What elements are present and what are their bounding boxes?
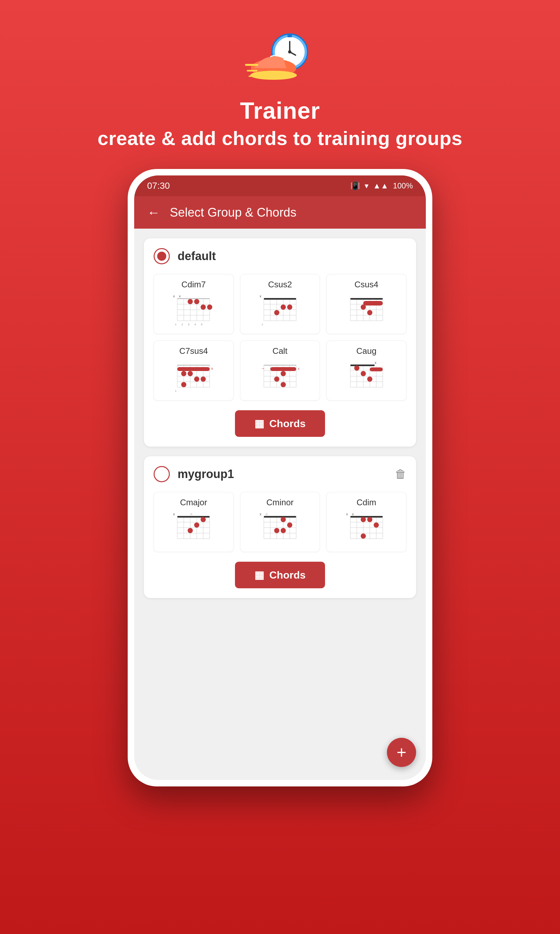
svg-point-164 bbox=[361, 533, 366, 539]
chords-btn-label: Chords bbox=[269, 418, 306, 430]
fab-add-button[interactable]: + bbox=[387, 738, 416, 767]
chord-name-csus2: Csus2 bbox=[268, 279, 292, 290]
svg-rect-60 bbox=[363, 301, 383, 305]
svg-point-27 bbox=[207, 305, 212, 310]
chords-btn-wrap-default: ▦ Chords bbox=[154, 410, 406, 437]
svg-point-79 bbox=[181, 382, 186, 387]
chords-button-default[interactable]: ▦ Chords bbox=[235, 410, 325, 437]
svg-point-95 bbox=[281, 371, 286, 376]
svg-text:x: x bbox=[346, 512, 348, 516]
chord-diagram-cminor: x ○ bbox=[259, 511, 301, 546]
svg-rect-117 bbox=[177, 516, 210, 518]
chord-diagram-caug: x bbox=[345, 359, 388, 395]
svg-text:4: 4 bbox=[194, 323, 196, 326]
chord-name-calt: Calt bbox=[272, 346, 288, 356]
radio-default[interactable] bbox=[154, 248, 170, 264]
svg-text:→: → bbox=[260, 366, 265, 371]
group-card-default: default Cdim7 x x bbox=[144, 238, 416, 447]
back-button[interactable]: ← bbox=[147, 205, 160, 220]
status-icons: 📳 ▾ ▲▲ 100% bbox=[350, 181, 413, 190]
svg-text:3: 3 bbox=[188, 323, 189, 326]
chord-item-csus4[interactable]: Csus4 bbox=[326, 274, 406, 334]
chord-item-cdim[interactable]: Cdim x x bbox=[326, 492, 406, 552]
trainer-icon bbox=[245, 26, 315, 84]
phone-inner: 07:30 📳 ▾ ▲▲ 100% ← Select Group & Chord… bbox=[134, 176, 426, 780]
chord-diagram-c7sus4: 1 8 bbox=[172, 359, 215, 395]
svg-rect-5 bbox=[288, 34, 292, 37]
svg-point-147 bbox=[281, 528, 286, 533]
svg-text:x: x bbox=[173, 512, 175, 516]
svg-point-113 bbox=[361, 371, 366, 376]
svg-point-45 bbox=[281, 305, 286, 310]
phone-frame: 07:30 📳 ▾ ▲▲ 100% ← Select Group & Chord… bbox=[128, 169, 432, 786]
delete-mygroup1-button[interactable]: 🗑 bbox=[395, 467, 406, 481]
svg-point-76 bbox=[188, 371, 193, 376]
svg-text:1: 1 bbox=[175, 390, 177, 392]
app-bar: ← Select Group & Chords bbox=[134, 196, 426, 229]
group-header-default: default bbox=[154, 248, 406, 264]
chord-diagram-cdim7: x x bbox=[172, 293, 215, 328]
svg-point-77 bbox=[194, 376, 199, 382]
chord-item-caug[interactable]: Caug x bbox=[326, 341, 406, 401]
svg-text:8: 8 bbox=[211, 367, 213, 370]
svg-text:5: 5 bbox=[201, 323, 203, 326]
svg-point-26 bbox=[201, 305, 206, 310]
chord-item-calt[interactable]: Calt bbox=[240, 341, 320, 401]
chord-item-cminor[interactable]: Cminor x ○ bbox=[240, 492, 320, 552]
chord-diagram-cmajor: x ○ bbox=[172, 511, 215, 546]
svg-point-25 bbox=[194, 299, 199, 304]
svg-point-161 bbox=[361, 517, 366, 522]
svg-text:x: x bbox=[375, 361, 377, 365]
svg-point-146 bbox=[274, 528, 279, 533]
svg-text:x: x bbox=[173, 294, 175, 298]
svg-rect-74 bbox=[177, 367, 210, 371]
wifi-icon: ▾ bbox=[365, 181, 368, 190]
chord-item-cdim7[interactable]: Cdim7 x x bbox=[154, 274, 234, 334]
chords-btn-icon: ▦ bbox=[254, 418, 264, 430]
svg-point-128 bbox=[201, 517, 206, 522]
chord-name-cmajor: Cmajor bbox=[180, 498, 207, 507]
radio-mygroup1[interactable] bbox=[154, 466, 170, 482]
chords-grid-mygroup1: Cmajor x ○ bbox=[154, 492, 406, 552]
svg-rect-100 bbox=[350, 365, 375, 366]
svg-rect-49 bbox=[350, 298, 383, 300]
app-subtitle: create & add chords to training groups bbox=[97, 127, 463, 150]
chord-diagram-csus4 bbox=[345, 293, 388, 328]
chord-name-cminor: Cminor bbox=[266, 498, 294, 507]
status-bar: 07:30 📳 ▾ ▲▲ 100% bbox=[134, 176, 426, 196]
svg-text:x: x bbox=[260, 294, 262, 298]
chord-diagram-calt: → 4 bbox=[259, 359, 301, 395]
svg-text:4: 4 bbox=[298, 367, 300, 370]
svg-point-75 bbox=[181, 371, 186, 376]
chord-item-c7sus4[interactable]: C7sus4 bbox=[154, 341, 234, 401]
svg-text:x: x bbox=[352, 512, 354, 516]
chords-btn-icon2: ▦ bbox=[254, 569, 264, 581]
chord-name-cdim7: Cdim7 bbox=[182, 279, 206, 290]
group-name-mygroup1: mygroup1 bbox=[178, 467, 387, 481]
svg-point-163 bbox=[374, 522, 379, 528]
chord-diagram-cdim: x x bbox=[345, 511, 388, 546]
vibrate-icon: 📳 bbox=[350, 181, 360, 190]
svg-text:1: 1 bbox=[175, 323, 177, 326]
chords-button-mygroup1[interactable]: ▦ Chords bbox=[235, 562, 325, 588]
svg-text:○: ○ bbox=[265, 512, 268, 516]
screen-content: default Cdim7 x x bbox=[134, 229, 426, 780]
group-header-mygroup1: mygroup1 🗑 bbox=[154, 466, 406, 482]
svg-point-4 bbox=[288, 50, 291, 54]
svg-point-46 bbox=[287, 305, 292, 310]
group-name-default: default bbox=[178, 250, 406, 263]
chord-item-cmajor[interactable]: Cmajor x ○ bbox=[154, 492, 234, 552]
svg-point-61 bbox=[361, 305, 366, 310]
svg-point-129 bbox=[194, 522, 199, 528]
svg-point-62 bbox=[367, 310, 372, 315]
svg-point-7 bbox=[250, 71, 297, 80]
chord-name-caug: Caug bbox=[357, 346, 377, 356]
chords-btn-label2: Chords bbox=[269, 569, 306, 581]
svg-point-78 bbox=[201, 376, 206, 382]
chords-btn-wrap-mygroup1: ▦ Chords bbox=[154, 562, 406, 588]
svg-point-112 bbox=[354, 365, 359, 371]
svg-text:○: ○ bbox=[190, 512, 192, 516]
svg-rect-133 bbox=[264, 516, 296, 518]
chord-item-csus2[interactable]: Csus2 x bbox=[240, 274, 320, 334]
battery-text: 100% bbox=[393, 181, 413, 190]
